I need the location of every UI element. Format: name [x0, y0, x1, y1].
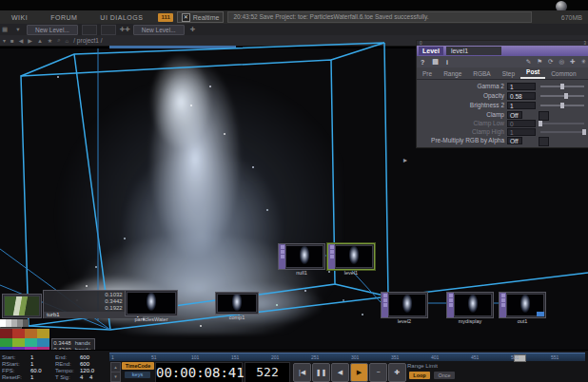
palette-color-swatch[interactable]: [37, 338, 49, 348]
refresh-icon[interactable]: ⟳: [545, 58, 556, 66]
param-value-field[interactable]: 0.58: [507, 92, 536, 100]
palette-color-swatch[interactable]: [0, 338, 12, 348]
tab-post[interactable]: Post: [520, 68, 545, 79]
back-icon[interactable]: ◀: [19, 37, 24, 44]
timecode-mode-button[interactable]: TimeCode: [122, 362, 154, 370]
realtime-toggle[interactable]: ✕ Realtime: [177, 11, 225, 23]
node-particles[interactable]: particlesWater: [125, 290, 178, 316]
param-slider[interactable]: [540, 95, 584, 97]
node-flag-strip[interactable]: [279, 244, 285, 269]
add-icon[interactable]: ✚: [567, 58, 578, 66]
up-icon[interactable]: ▲: [37, 38, 43, 44]
param-slider[interactable]: [540, 86, 584, 87]
pane-slot[interactable]: [82, 25, 97, 35]
timeline-field-value[interactable]: 120.0: [80, 368, 94, 373]
node-viewer[interactable]: [285, 245, 323, 268]
param-toggle[interactable]: [539, 137, 549, 146]
settings-icon[interactable]: ✳: [578, 58, 588, 66]
grid-icon[interactable]: ▦: [0, 26, 10, 33]
timeline-field-value[interactable]: 600: [80, 361, 89, 367]
node-out1[interactable]: out1: [499, 292, 546, 318]
timeline-field-value[interactable]: 4 4: [80, 374, 92, 380]
pane-tab-2[interactable]: New Level...: [133, 25, 185, 35]
node-viewer[interactable]: [217, 294, 257, 313]
once-button[interactable]: Once: [434, 372, 455, 379]
tab-range[interactable]: Range: [438, 70, 467, 79]
info-icon[interactable]: i: [442, 59, 452, 66]
edit-icon[interactable]: ✎: [523, 58, 534, 66]
timeline-field-value[interactable]: 1: [30, 354, 33, 360]
step-forward-button[interactable]: ✚: [388, 363, 406, 382]
split-icon[interactable]: ✚✚: [120, 26, 129, 33]
play-button[interactable]: ▶: [350, 363, 368, 382]
param-slider[interactable]: [540, 105, 584, 106]
star-icon[interactable]: ★: [48, 37, 52, 44]
tab-step[interactable]: Step: [497, 70, 520, 79]
search-icon[interactable]: ⌕: [57, 37, 60, 44]
pane-tab-1[interactable]: New Level...: [27, 25, 78, 35]
home-icon[interactable]: ⌂: [66, 38, 69, 44]
palette-gray-swatch[interactable]: [23, 319, 29, 327]
timeline-ruler[interactable]: 151101151201251301351401451501551: [109, 353, 585, 361]
node-mydisplay[interactable]: mydisplay: [446, 292, 494, 318]
step-back-button[interactable]: −: [369, 363, 387, 382]
jump-start-button[interactable]: |◀: [293, 363, 311, 382]
node-viewer[interactable]: [335, 245, 373, 268]
palette-color-swatch[interactable]: [12, 338, 25, 348]
keys-button[interactable]: keys: [125, 372, 150, 378]
node-level2[interactable]: level2: [381, 292, 428, 318]
node-flag-strip[interactable]: [328, 244, 335, 269]
checkbox-checked-icon[interactable]: ✕: [182, 13, 190, 22]
node-viewer[interactable]: [388, 294, 426, 316]
comment-icon[interactable]: ⚑: [534, 58, 545, 66]
operator-name-field[interactable]: level1: [446, 47, 501, 55]
node-viewer[interactable]: [454, 294, 492, 316]
timeline-field-value[interactable]: 60.0: [30, 368, 42, 373]
loop-button[interactable]: Loop: [409, 372, 430, 379]
node-viewer[interactable]: [4, 296, 40, 316]
node-flag-strip[interactable]: [382, 293, 388, 317]
node-wall1[interactable]: wall1: [2, 294, 42, 318]
panel-collapse-arrow[interactable]: ▸: [403, 156, 407, 164]
node-flag-strip[interactable]: [500, 293, 506, 317]
param-toggle-value[interactable]: Off: [507, 137, 522, 144]
node-null1[interactable]: null1: [278, 243, 325, 270]
palette-color-swatch[interactable]: [25, 329, 37, 338]
param-slider[interactable]: [540, 123, 584, 124]
palette-color-swatch[interactable]: [25, 338, 37, 348]
timeline-field-value[interactable]: 600: [80, 354, 89, 360]
panel-header[interactable]: Level level1: [417, 46, 588, 56]
tab-rgba[interactable]: RGBA: [467, 70, 496, 79]
stop-icon[interactable]: ■: [10, 38, 14, 44]
chevron-down-icon[interactable]: ▾: [3, 37, 6, 44]
palette-color-swatch[interactable]: [37, 329, 49, 338]
tab-pre[interactable]: Pre: [417, 70, 438, 79]
param-slider[interactable]: [540, 131, 584, 133]
forward-icon[interactable]: ▶: [28, 37, 32, 44]
timeline-field-value[interactable]: 1: [30, 361, 33, 367]
menu-item-ui-dialogs[interactable]: UI DIALOGS: [88, 14, 154, 21]
target-icon[interactable]: ◎: [556, 58, 567, 66]
node-level1[interactable]: level1: [327, 243, 375, 270]
menu-item-wiki[interactable]: WIKI: [0, 14, 39, 21]
add-pane-icon[interactable]: ✚: [188, 26, 198, 33]
node-comp1[interactable]: comp1: [215, 292, 259, 315]
palette-color-swatch[interactable]: [0, 329, 12, 338]
spinner-down-icon[interactable]: ▾: [110, 372, 121, 382]
play-reverse-button[interactable]: ◀: [331, 363, 349, 382]
pane-slot[interactable]: [101, 25, 116, 35]
pause-button[interactable]: ❚❚: [312, 363, 330, 382]
display-flag-badge[interactable]: [537, 312, 544, 316]
param-value-field[interactable]: 1: [507, 102, 536, 109]
current-frame-display[interactable]: 522: [245, 362, 290, 382]
param-value-field[interactable]: 0: [507, 120, 536, 127]
menu-item-forum[interactable]: FORUM: [39, 14, 88, 21]
param-toggle-value[interactable]: Off: [507, 111, 522, 119]
palette-color-swatch[interactable]: [12, 329, 25, 338]
node-viewer[interactable]: [127, 292, 176, 315]
tab-common[interactable]: Common: [545, 70, 581, 79]
breadcrumb[interactable]: / project1 /: [73, 37, 102, 44]
param-value-field[interactable]: 1: [507, 83, 536, 90]
help-icon[interactable]: ?: [417, 59, 428, 66]
pin-icon[interactable]: ▾: [13, 26, 23, 33]
